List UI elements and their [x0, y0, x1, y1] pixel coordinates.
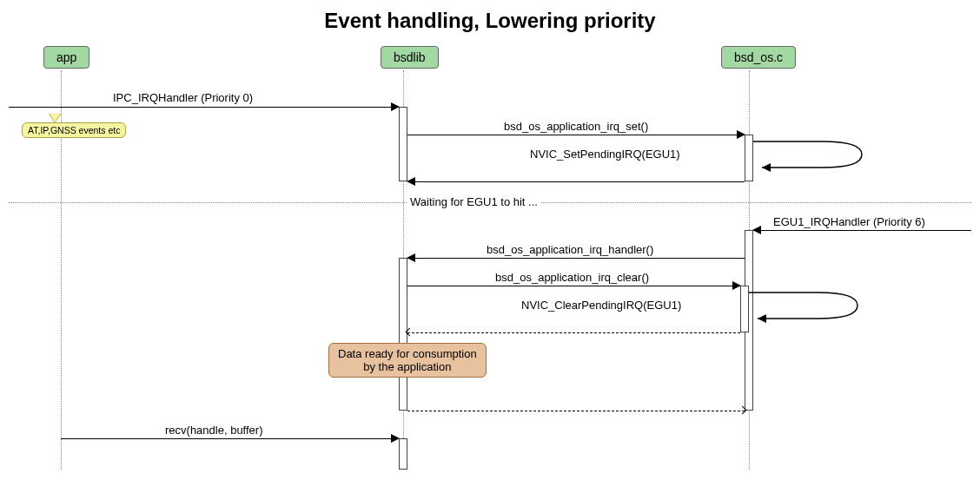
- label-egu1-irq: EGU1_IRQHandler (Priority 6): [773, 215, 925, 228]
- msg-irq-set: [407, 135, 745, 135]
- label-nvic-set: NVIC_SetPendingIRQ(EGU1): [530, 148, 680, 161]
- label-irq-handler: bsd_os_application_irq_handler(): [487, 243, 653, 256]
- msg-recv: [61, 438, 399, 439]
- participant-bsdlib: bsdlib: [381, 46, 439, 69]
- msg-irq-clear: [407, 286, 740, 286]
- msg-return-2: [407, 332, 740, 333]
- svg-marker-0: [762, 163, 771, 172]
- self-loop-nvic-set: [753, 137, 866, 172]
- diagram-title: Event handling, Lowering priority: [9, 9, 971, 33]
- activation-bsdlib-1: [399, 107, 407, 181]
- participant-app: app: [43, 46, 89, 69]
- activation-bsdlib-3: [399, 438, 407, 470]
- msg-ipc-irq: [9, 107, 399, 108]
- note-tail: [50, 114, 60, 122]
- activation-bsdos-3: [740, 286, 749, 332]
- msg-irq-handler: [407, 258, 745, 259]
- msg-egu1-irq: [753, 230, 971, 231]
- note-data-ready: Data ready for consumption by the applic…: [328, 343, 487, 378]
- label-nvic-clear: NVIC_ClearPendingIRQ(EGU1): [521, 299, 681, 312]
- msg-return-1: [407, 181, 745, 182]
- label-irq-clear: bsd_os_application_irq_clear(): [495, 271, 649, 284]
- activation-bsdos-1: [745, 135, 753, 181]
- sequence-diagram: app bsdlib bsd_os.c IPC_IRQHandler (Prio…: [9, 46, 971, 471]
- self-loop-nvic-clear: [749, 288, 862, 323]
- divider-label: Waiting for EGU1 to hit ...: [407, 195, 541, 208]
- note-events: AT,IP,GNSS events etc: [22, 122, 126, 138]
- participant-bsd-os: bsd_os.c: [721, 46, 796, 69]
- label-irq-set: bsd_os_application_irq_set(): [504, 120, 648, 133]
- svg-marker-1: [758, 314, 766, 323]
- activation-bsdlib-2: [399, 258, 407, 411]
- label-recv: recv(handle, buffer): [165, 424, 263, 437]
- label-ipc-irq: IPC_IRQHandler (Priority 0): [113, 91, 253, 104]
- msg-return-3: [407, 411, 745, 411]
